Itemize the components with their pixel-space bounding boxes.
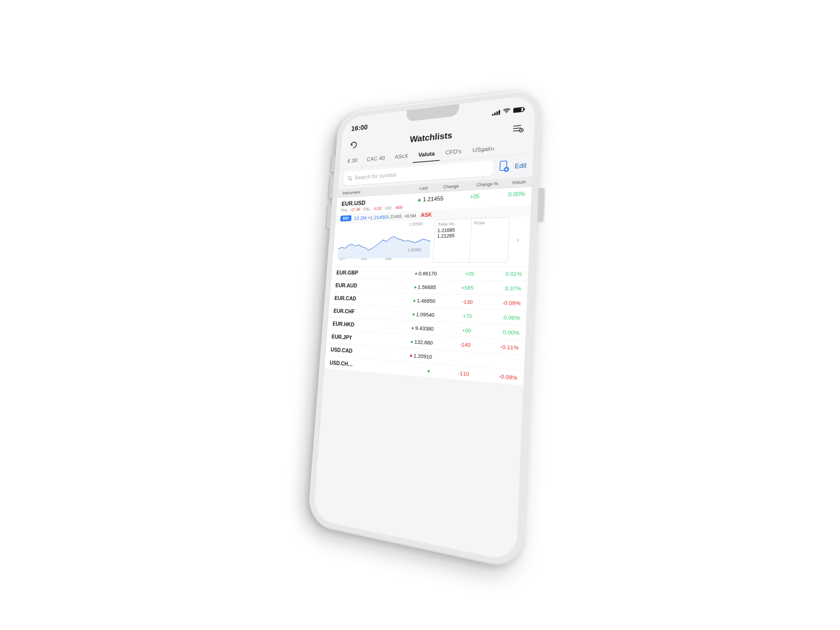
row-price: ●9.43380 [391,323,434,331]
status-icons [492,106,524,115]
row-change: +70 [434,311,472,319]
row-price: ● [388,364,432,374]
col-instrument: Instrument [342,188,392,195]
svg-text:1.22500: 1.22500 [409,222,423,226]
eurusd-changepct: 0.00% [508,191,526,198]
app-content: Watchlists € [313,116,535,562]
urlz-label: Urlz [385,205,392,210]
tab-ascx[interactable]: AScX [389,149,414,164]
eurusd-last: 1.21455 [423,195,444,202]
search-icon [347,175,352,181]
tab-cfds[interactable]: CFD's [440,144,467,161]
row-changepct: 0.01% [474,270,522,276]
pl-value: -0.52 [373,206,382,211]
bid-rate: 1.21450 [370,214,387,220]
hl-title: Today H/L [438,221,468,226]
row-changepct: -0.11% [470,341,519,351]
refresh-button[interactable] [348,138,360,152]
row-price: ●1.56685 [394,283,436,290]
live-dot [418,199,421,202]
ask-label: ASK [420,212,432,218]
chart-high: 1.21685 [437,227,468,233]
add-watchlist-button[interactable] [497,158,512,175]
volume-down-button[interactable] [326,204,332,228]
power-button[interactable] [537,188,544,221]
pl-label: P&L [363,207,371,212]
mute-button[interactable] [330,156,336,172]
row-name: EUR.HKD [332,321,392,330]
chart-low: 1.21265 [437,232,468,239]
chart-expand-arrow[interactable]: › [512,216,524,262]
row-changepct: 0.06% [472,313,520,321]
tab-cac40[interactable]: CAC 40 [362,151,390,167]
pos-value: -17.3K [350,207,361,212]
status-time: 16:00 [351,123,368,133]
instrument-row[interactable]: USD.CH… ● -110 -0.09% [324,356,524,385]
row-name: USD.CAD [330,347,390,357]
page-title: Watchlists [409,130,453,144]
chart-container: 1.22500 1.20000 12/7 2/15 4/26 [332,216,531,266]
bid-price: 22.2M [354,215,366,221]
battery-icon [513,106,524,112]
instrument-list: EUR.GBP ●0.86170 +05 0.01% EUR.AUD ●1.56… [324,266,528,385]
row-change: +05 [437,270,474,276]
svg-line-10 [505,169,508,169]
signal-icon [492,109,501,115]
row-change: -130 [435,297,473,305]
expanded-row-eurusd[interactable]: EUR.USD Pos -17.3K P&L -0.52 Urlz -908 [332,186,532,266]
filter-settings-button[interactable] [511,121,526,136]
tab-eur30[interactable]: € 30 [343,153,362,168]
row-name: EUR.JPY [332,333,391,343]
col-last: Last [392,185,428,192]
col-changepct: Change % [459,181,498,188]
tab-valuta[interactable]: Valuta [412,147,440,163]
urlz-value: -908 [395,205,402,210]
search-placeholder: Search for symbol [354,172,396,181]
row-changepct: 0.37% [474,284,521,292]
row-change: +585 [436,284,474,291]
svg-point-8 [504,167,509,172]
price-chart[interactable]: 1.22500 1.20000 12/7 2/15 4/26 [337,220,432,263]
row-price: ●1.09540 [392,310,435,317]
tab-usgain[interactable]: USgain› [467,141,501,158]
col-volume: Volum [498,179,526,186]
row-price: ●1.46850 [393,297,435,304]
row-name: EUR.CHF [333,308,392,316]
svg-rect-7 [500,161,507,170]
svg-point-4 [521,129,522,131]
row-change: +00 [433,325,471,333]
edit-button[interactable]: Edit [515,161,526,170]
row-change: -140 [433,339,471,348]
row-name: EUR.GBP [336,270,395,276]
ask-size: 9.5M [407,213,416,218]
chart-pclose-panel: PClse [469,217,510,262]
bid-badge: BID [340,215,351,221]
row-name: USD.CH… [329,359,389,370]
row-price: ●1.20910 [389,351,432,359]
row-name: EUR.AUD [335,282,394,289]
row-price: ●132.660 [390,337,433,346]
ask-price: 1.21455 [387,213,402,219]
svg-line-1 [513,128,521,128]
row-changepct [470,359,518,362]
chart-hl-panel: Today H/L 1.21685 1.21265 [433,218,472,262]
row-changepct: 0.00% [471,327,519,335]
svg-line-0 [514,125,521,126]
row-changepct: -0.09% [469,370,517,381]
row-change: -110 [431,368,469,377]
row-name: EUR.CAD [335,295,393,302]
svg-line-2 [513,130,521,131]
row-changepct: -0.09% [473,298,521,306]
volume-up-button[interactable] [328,175,334,199]
instrument-row[interactable]: EUR.GBP ●0.86170 +05 0.01% [331,266,528,281]
col-change: Change [428,183,459,190]
pos-label: Pos [341,208,347,212]
eurusd-change: +05 [469,193,480,199]
svg-point-3 [519,128,523,132]
chart-info: Today H/L 1.21685 1.21265 PClse [433,217,510,262]
svg-line-6 [351,179,352,180]
row-change [432,357,470,359]
pclose-title: PClse [474,219,506,225]
wifi-icon [503,108,510,114]
row-price: ●0.86170 [395,270,437,276]
